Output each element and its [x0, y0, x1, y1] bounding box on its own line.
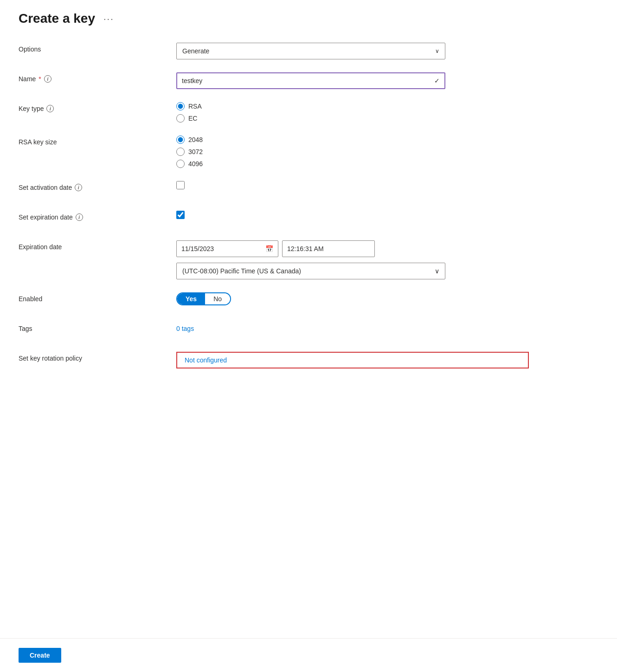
key-type-row: Key type i RSA EC: [19, 102, 529, 123]
expiration-date-toggle-label: Set expiration date i: [19, 211, 176, 221]
key-type-rsa-option[interactable]: RSA: [176, 102, 529, 110]
page-title: Create a key: [19, 11, 95, 26]
expiration-date-toggle-control: [176, 211, 529, 219]
activation-date-label: Set activation date i: [19, 181, 176, 191]
create-key-form: Options Generate ∨ Name * i ✓: [19, 43, 529, 381]
rsa-key-size-3072-option[interactable]: 3072: [176, 148, 529, 156]
required-indicator: *: [39, 75, 41, 83]
rsa-key-size-3072-label: 3072: [188, 148, 203, 155]
key-type-ec-radio[interactable]: [176, 114, 185, 123]
enabled-label: Enabled: [19, 292, 176, 303]
rsa-key-size-label: RSA key size: [19, 136, 176, 146]
timezone-dropdown[interactable]: (UTC-08:00) Pacific Time (US & Canada) ∨: [176, 263, 445, 279]
key-type-radio-group: RSA EC: [176, 102, 529, 123]
chevron-down-icon: ∨: [435, 48, 439, 54]
name-row: Name * i ✓: [19, 72, 529, 89]
toggle-no-option[interactable]: No: [205, 293, 230, 304]
key-type-label: Key type i: [19, 102, 176, 112]
activation-date-info-icon[interactable]: i: [75, 184, 82, 191]
yes-no-toggle[interactable]: Yes No: [176, 292, 231, 305]
time-picker[interactable]: 12:16:31 AM: [282, 240, 375, 257]
key-type-rsa-label: RSA: [188, 103, 202, 110]
key-type-info-icon[interactable]: i: [46, 105, 54, 112]
enabled-toggle: Yes No: [176, 292, 529, 305]
expiration-date-checkbox[interactable]: [176, 211, 185, 219]
activation-date-checkbox[interactable]: [176, 181, 185, 189]
rsa-key-size-2048-option[interactable]: 2048: [176, 136, 529, 144]
key-rotation-policy-label: Set key rotation policy: [19, 352, 176, 362]
expiration-date-control: 11/15/2023 📅 12:16:31 AM (UTC-08:00) Pac…: [176, 240, 529, 279]
options-label: Options: [19, 43, 176, 53]
key-type-ec-label: EC: [188, 115, 197, 122]
rsa-key-size-radio-group: 2048 3072 4096: [176, 136, 529, 168]
options-dropdown[interactable]: Generate ∨: [176, 43, 445, 59]
rsa-key-size-control: 2048 3072 4096: [176, 136, 529, 168]
rsa-key-size-row: RSA key size 2048 3072 4096: [19, 136, 529, 168]
expiration-date-toggle-row: Set expiration date i: [19, 211, 529, 227]
name-label: Name * i: [19, 72, 176, 83]
activation-date-row: Set activation date i: [19, 181, 529, 198]
expiration-date-inputs: 11/15/2023 📅 12:16:31 AM: [176, 240, 529, 257]
more-options-button[interactable]: ···: [101, 13, 117, 25]
key-type-ec-option[interactable]: EC: [176, 114, 529, 123]
expiration-date-row: Expiration date 11/15/2023 📅 12:16:31 AM…: [19, 240, 529, 279]
key-rotation-policy-row: Set key rotation policy Not configured: [19, 352, 529, 368]
not-configured-button[interactable]: Not configured: [176, 352, 529, 368]
name-control: ✓: [176, 72, 529, 89]
date-picker[interactable]: 11/15/2023 📅: [176, 240, 278, 257]
key-type-control: RSA EC: [176, 102, 529, 123]
expiration-date-checkbox-item[interactable]: [176, 211, 529, 219]
rsa-key-size-2048-label: 2048: [188, 136, 203, 143]
toggle-yes-option[interactable]: Yes: [177, 293, 205, 304]
expiration-date-info-icon[interactable]: i: [76, 213, 83, 221]
rsa-key-size-4096-option[interactable]: 4096: [176, 160, 529, 168]
activation-date-control: [176, 181, 529, 189]
timezone-chevron-icon: ∨: [435, 267, 439, 275]
tags-label: Tags: [19, 322, 176, 332]
expiration-date-label: Expiration date: [19, 240, 176, 251]
page-footer: Create: [0, 638, 617, 672]
calendar-icon: 📅: [265, 245, 273, 252]
name-info-icon[interactable]: i: [44, 75, 51, 83]
name-input[interactable]: [182, 77, 434, 84]
options-row: Options Generate ∨: [19, 43, 529, 59]
key-rotation-policy-control: Not configured: [176, 352, 529, 368]
create-button[interactable]: Create: [19, 648, 61, 663]
page-header: Create a key ···: [19, 11, 598, 26]
enabled-control: Yes No: [176, 292, 529, 305]
tags-control: 0 tags: [176, 322, 529, 332]
tags-row: Tags 0 tags: [19, 322, 529, 339]
rsa-key-size-3072-radio[interactable]: [176, 148, 185, 156]
checkmark-icon: ✓: [434, 77, 440, 84]
rsa-key-size-2048-radio[interactable]: [176, 136, 185, 144]
options-control: Generate ∨: [176, 43, 529, 59]
tags-link[interactable]: 0 tags: [176, 322, 529, 332]
rsa-key-size-4096-label: 4096: [188, 160, 203, 168]
name-input-wrapper: ✓: [176, 72, 445, 89]
enabled-row: Enabled Yes No: [19, 292, 529, 309]
rsa-key-size-4096-radio[interactable]: [176, 160, 185, 168]
key-type-rsa-radio[interactable]: [176, 102, 185, 110]
activation-date-checkbox-item[interactable]: [176, 181, 529, 189]
